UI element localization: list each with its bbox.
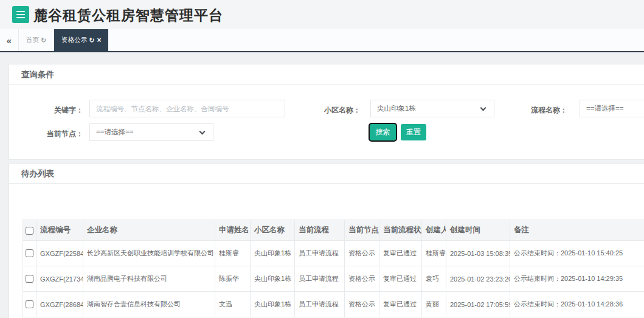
- todo-panel-title: 待办列表: [9, 164, 644, 184]
- cell-applicant: 桂斯睿: [215, 241, 251, 266]
- app-window: 麓谷租赁公租房智慧管理平台 « 首页 ↻ 资格公示 ↻ × 查询条件 关键字： …: [0, 0, 644, 318]
- tab-label: 资格公示: [61, 36, 87, 44]
- cell-remark: 公示结束时间：2025-01-10 15:40:25: [510, 241, 644, 266]
- tab-home[interactable]: 首页 ↻: [19, 29, 54, 51]
- cell-applicant: 陈振华: [215, 266, 251, 292]
- cell-node: 资格公示: [345, 266, 379, 292]
- column-header-process: 当前流程: [295, 220, 345, 241]
- column-header-company: 企业名称: [83, 220, 215, 241]
- column-header-community: 小区名称: [251, 220, 295, 241]
- column-header-created-at: 创建时间: [446, 220, 510, 241]
- table-row[interactable]: GXGZF(28684) 湖南智存合壹信息科技有限公司 文迅 尖山印象1栋 员工…: [23, 292, 644, 317]
- chevron-down-icon: [480, 105, 486, 111]
- cell-process: 员工申请流程: [295, 241, 345, 266]
- cell-company: 湖南品腾电子科技有限公司: [83, 266, 215, 292]
- node-select-value: ==请选择==: [96, 128, 133, 136]
- table-row[interactable]: GXGZF(22584) 长沙高新区天创职业技能培训学校有限公司 桂斯睿 尖山印…: [23, 241, 644, 266]
- cell-remark: 公示结束时间：2025-01-10 14:28:36: [510, 292, 644, 317]
- cell-company: 长沙高新区天创职业技能培训学校有限公司: [83, 241, 215, 266]
- chevron-down-icon: [199, 129, 206, 135]
- node-label: 当前节点：: [26, 129, 83, 139]
- todo-panel: 待办列表 流程编号 企业名称 申请姓名 小区名称 当前流程 当前节点 当前流程状…: [9, 163, 644, 318]
- search-button[interactable]: 搜索: [369, 123, 397, 142]
- keyword-label: 关键字：: [26, 105, 83, 116]
- refresh-icon[interactable]: ↻: [41, 36, 46, 44]
- cell-creator: 黄丽: [422, 292, 446, 317]
- row-checkbox[interactable]: [26, 275, 33, 283]
- tabs-collapse-button[interactable]: «: [0, 29, 19, 51]
- cell-process-no: GXGZF(21734): [36, 266, 83, 292]
- cell-community: 尖山印象1栋: [251, 266, 295, 292]
- menu-toggle-button[interactable]: [12, 6, 29, 23]
- column-header-status: 当前流程状态: [379, 220, 422, 241]
- close-icon[interactable]: ×: [97, 36, 101, 44]
- cell-created-at: 2025-01-03 15:08:35: [446, 241, 510, 266]
- table-header-row: 流程编号 企业名称 申请姓名 小区名称 当前流程 当前节点 当前流程状态 创建人…: [23, 220, 644, 241]
- row-checkbox[interactable]: [26, 300, 33, 308]
- column-header-creator: 创建人: [422, 220, 446, 241]
- cell-process-no: GXGZF(28684): [36, 292, 83, 317]
- tab-qualification-publicity[interactable]: 资格公示 ↻ ×: [54, 29, 108, 51]
- todo-table: 流程编号 企业名称 申请姓名 小区名称 当前流程 当前节点 当前流程状态 创建人…: [23, 219, 644, 317]
- refresh-icon[interactable]: ↻: [89, 36, 94, 44]
- community-select[interactable]: 尖山印象1栋: [370, 100, 494, 117]
- cell-applicant: 文迅: [215, 292, 251, 317]
- community-label: 小区名称：: [310, 105, 361, 116]
- column-header-applicant: 申请姓名: [215, 220, 251, 241]
- app-header: 麓谷租赁公租房智慧管理平台: [0, 0, 644, 29]
- community-select-value: 尖山印象1栋: [377, 105, 416, 112]
- row-checkbox[interactable]: [26, 249, 33, 257]
- keyword-input[interactable]: [89, 100, 285, 117]
- column-header-remark: 备注: [510, 220, 644, 241]
- cell-process: 员工申请流程: [295, 266, 345, 292]
- cell-company: 湖南智存合壹信息科技有限公司: [83, 292, 215, 317]
- tab-bar: « 首页 ↻ 资格公示 ↻ ×: [0, 29, 644, 52]
- node-select[interactable]: ==请选择==: [89, 123, 213, 141]
- cell-remark: 公示结束时间：2025-01-10 14:29:35: [510, 266, 644, 292]
- process-select-value: ==请选择==: [586, 105, 623, 112]
- cell-created-at: 2025-01-02 17:05:59: [446, 292, 510, 317]
- process-select[interactable]: ==请选择==: [580, 100, 644, 117]
- cell-status: 复审已通过: [379, 292, 422, 317]
- column-header-node: 当前节点: [345, 220, 379, 241]
- double-left-chevron-icon: «: [7, 35, 12, 46]
- cell-creator: 袁巧: [422, 266, 446, 292]
- cell-node: 资格公示: [345, 292, 379, 317]
- table-row[interactable]: GXGZF(21734) 湖南品腾电子科技有限公司 陈振华 尖山印象1栋 员工申…: [23, 266, 644, 292]
- select-all-checkbox[interactable]: [26, 227, 33, 235]
- query-panel-title: 查询条件: [9, 64, 644, 85]
- cell-created-at: 2025-01-02 23:23:20: [446, 266, 510, 292]
- cell-process: 员工申请流程: [295, 292, 345, 317]
- hamburger-icon: [16, 11, 25, 12]
- cell-process-no: GXGZF(22584): [36, 241, 83, 266]
- query-panel: 查询条件 关键字： 小区名称： 尖山印象1栋 流程名称： ==请选择== 当前节…: [9, 64, 644, 160]
- cell-status: 复审已通过: [379, 241, 422, 266]
- app-title: 麓谷租赁公租房智慧管理平台: [33, 0, 223, 29]
- cell-community: 尖山印象1栋: [251, 241, 295, 266]
- cell-node: 资格公示: [345, 241, 379, 266]
- reset-button[interactable]: 重置: [401, 124, 426, 140]
- column-header-process-no: 流程编号: [36, 220, 83, 241]
- cell-creator: 桂斯睿: [422, 241, 446, 266]
- cell-community: 尖山印象1栋: [251, 292, 295, 317]
- process-label: 流程名称：: [516, 105, 567, 116]
- cell-status: 复审已通过: [379, 266, 422, 292]
- tab-label: 首页: [26, 36, 39, 44]
